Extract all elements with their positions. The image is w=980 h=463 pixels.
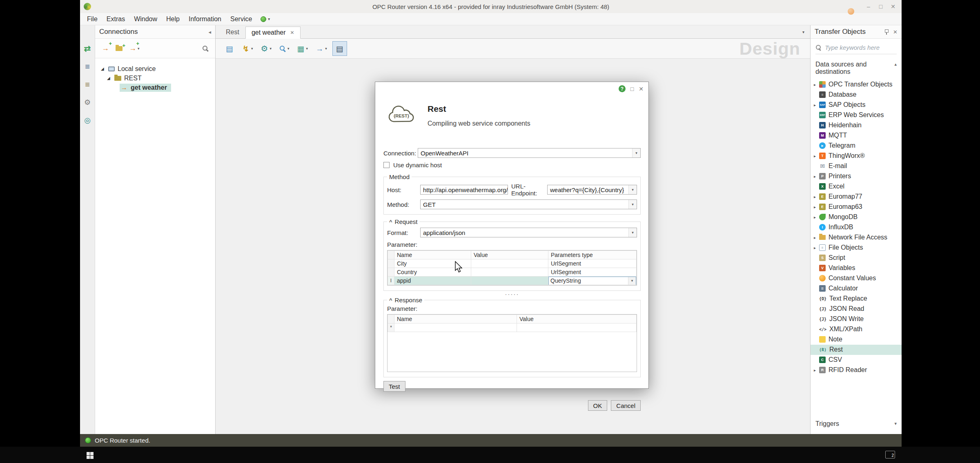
- transfer-item-database[interactable]: Database: [811, 90, 902, 100]
- transfer-item-telegram[interactable]: Telegram: [811, 141, 902, 151]
- print-list-button[interactable]: [332, 41, 347, 56]
- transfer-item-file-objects[interactable]: File Objects: [811, 243, 902, 253]
- splitter-handle[interactable]: ·····: [383, 292, 641, 296]
- column-header-value[interactable]: Value: [471, 251, 548, 259]
- settings-strip-button[interactable]: [82, 98, 92, 107]
- triggers-section-header[interactable]: Triggers: [815, 420, 897, 428]
- transfer-item-rest[interactable]: (R)Rest: [811, 345, 902, 355]
- transfer-item-printers[interactable]: Printers: [811, 171, 902, 182]
- connection-select[interactable]: OpenWeatherAPI: [418, 148, 641, 158]
- cell-value[interactable]: [471, 259, 548, 268]
- maximize-button[interactable]: [875, 0, 887, 13]
- method-select[interactable]: GET: [420, 199, 637, 209]
- connection-list-strip-button[interactable]: [82, 62, 92, 71]
- expand-arrow-icon[interactable]: [814, 82, 819, 87]
- transfer-item-rfid-reader[interactable]: RFID Reader: [811, 365, 902, 375]
- close-tab-icon[interactable]: [290, 30, 294, 35]
- cell-name[interactable]: [394, 323, 517, 332]
- add-connection-button[interactable]: [102, 44, 109, 53]
- search-icon[interactable]: [202, 45, 209, 52]
- dialog-help-button[interactable]: ?: [619, 85, 626, 92]
- minimize-button[interactable]: [862, 0, 875, 13]
- tree-item-local-service[interactable]: Local service: [95, 64, 215, 73]
- conditions-button[interactable]: [240, 41, 256, 56]
- close-panel-icon[interactable]: [893, 29, 898, 35]
- dialog-maximize-button[interactable]: [630, 86, 634, 92]
- host-input[interactable]: http://api.openweathermap.org/data/2.5/: [420, 185, 508, 195]
- add-template-button[interactable]: [129, 44, 140, 53]
- tray-keyboard-icon[interactable]: 2: [885, 451, 895, 459]
- transfer-item-script[interactable]: Script: [811, 253, 902, 263]
- expand-arrow-icon[interactable]: [814, 368, 819, 372]
- format-select[interactable]: application/json: [420, 228, 637, 237]
- transfer-item-heidenhain[interactable]: Heidenhain: [811, 120, 902, 131]
- collapse-request-icon[interactable]: ^: [389, 219, 392, 225]
- caret-down-icon[interactable]: [270, 47, 272, 51]
- transfer-item-constant-values[interactable]: Constant Values: [811, 273, 902, 284]
- url-endpoint-input[interactable]: weather?q={City},{Country}: [547, 185, 637, 195]
- parameter-row-city[interactable]: CityUrlSegment: [388, 259, 637, 268]
- parameters-type-select[interactable]: QueryString: [548, 277, 636, 285]
- service-status-icon[interactable]: [261, 16, 266, 22]
- menu-help[interactable]: Help: [162, 13, 184, 25]
- settings-button[interactable]: [258, 41, 274, 56]
- expand-arrow-icon[interactable]: [814, 205, 819, 209]
- expand-arrow-icon[interactable]: [814, 246, 819, 250]
- transfer-item-e-mail[interactable]: E-mail: [811, 161, 902, 171]
- transfer-item-opc-transfer-objects[interactable]: OPC Transfer Objects: [811, 80, 902, 90]
- cell-parameters-type[interactable]: UrlSegment: [548, 268, 637, 277]
- caret-down-icon[interactable]: [325, 47, 327, 51]
- transfer-item-erp-web-services[interactable]: ERP Web Services: [811, 110, 902, 120]
- tab-rest[interactable]: Rest: [220, 26, 245, 38]
- transfer-item-sap-objects[interactable]: SAP Objects: [811, 100, 902, 110]
- transfer-item-euromap63[interactable]: Euromap63: [811, 202, 902, 212]
- transfer-item-calculator[interactable]: Calculator: [811, 284, 902, 294]
- transfer-item-mqtt[interactable]: MQTT: [811, 131, 902, 141]
- dropdown-caret-icon[interactable]: [628, 185, 637, 194]
- expand-arrow-icon[interactable]: [814, 195, 819, 199]
- collapse-panel-icon[interactable]: [208, 29, 211, 35]
- jump-button[interactable]: [313, 41, 330, 56]
- service-caret-icon[interactable]: [268, 17, 270, 21]
- cell-value[interactable]: [517, 323, 637, 332]
- template-strip-button[interactable]: [82, 80, 92, 89]
- add-folder-button[interactable]: [116, 46, 122, 51]
- menu-window[interactable]: Window: [129, 13, 162, 25]
- parameter-row-country[interactable]: CountryUrlSegment: [388, 268, 637, 277]
- column-header-parameters-type[interactable]: Parameters type: [548, 251, 637, 259]
- web-strip-button[interactable]: [82, 116, 92, 125]
- data-sources-section-header[interactable]: Data sources and destinations: [815, 61, 897, 76]
- tree-expander-icon[interactable]: [107, 76, 114, 80]
- caret-down-icon[interactable]: [306, 47, 308, 51]
- dropdown-caret-icon[interactable]: [632, 148, 640, 157]
- transfer-item-csv[interactable]: CSV: [811, 355, 902, 365]
- dropdown-caret-icon[interactable]: [628, 200, 637, 209]
- close-button[interactable]: [887, 0, 899, 13]
- transfer-item-variables[interactable]: Variables: [811, 263, 902, 273]
- collapse-section-icon[interactable]: [894, 62, 897, 76]
- expand-arrow-icon[interactable]: [814, 235, 819, 240]
- transfer-item-json-write[interactable]: {J}JSON Write: [811, 314, 902, 324]
- cell-value[interactable]: [471, 268, 548, 277]
- dropdown-caret-icon[interactable]: [628, 228, 637, 237]
- collapse-response-icon[interactable]: ^: [389, 297, 392, 303]
- transfer-item-note[interactable]: Note: [811, 335, 902, 345]
- cell-parameters-type[interactable]: UrlSegment: [548, 259, 637, 268]
- test-button[interactable]: Test: [383, 381, 405, 392]
- transfer-search-input[interactable]: [825, 44, 897, 51]
- parameter-row[interactable]: *: [388, 323, 637, 332]
- transfer-item-thingworx[interactable]: ThingWorx®: [811, 151, 902, 161]
- tree-expander-icon[interactable]: [101, 66, 107, 71]
- windows-start-button[interactable]: [87, 452, 90, 455]
- new-object-button[interactable]: [222, 41, 237, 56]
- parameter-row-appid[interactable]: IappidQueryString: [388, 277, 637, 285]
- menu-information[interactable]: Information: [184, 13, 226, 25]
- expand-arrow-icon[interactable]: [814, 215, 819, 219]
- cancel-button[interactable]: Cancel: [611, 400, 641, 411]
- column-header-value[interactable]: Value: [517, 315, 637, 323]
- use-dynamic-host-checkbox[interactable]: [383, 162, 390, 168]
- expand-arrow-icon[interactable]: [814, 154, 819, 158]
- column-header-name[interactable]: Name: [394, 251, 471, 259]
- dialog-close-button[interactable]: [639, 86, 644, 92]
- transfer-item-json-read[interactable]: {J}JSON Read: [811, 304, 902, 314]
